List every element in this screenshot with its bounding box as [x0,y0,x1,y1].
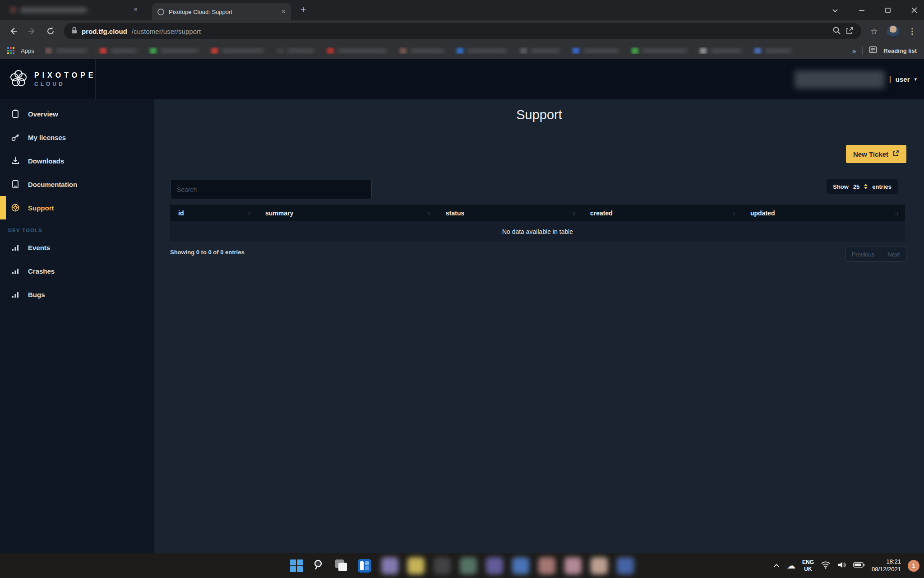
sidebar-item-my-licenses[interactable]: My licenses [0,126,154,149]
apps-label[interactable]: Apps [21,47,34,54]
sidebar-item-bugs[interactable]: Bugs [0,283,154,306]
bookmarks-overflow-icon[interactable]: » [852,47,856,55]
apps-grid-icon[interactable] [7,47,14,54]
bookmark-item[interactable] [277,47,314,54]
sort-icon[interactable]: ↑↓ [572,210,575,216]
bookmark-item[interactable] [457,47,508,54]
back-icon[interactable] [8,26,18,36]
sidebar-item-support[interactable]: Support [0,196,154,219]
taskbar-pinned-app-icon[interactable] [358,559,371,573]
column-header-id[interactable]: id ↑↓ [170,210,257,217]
address-bar[interactable]: prod.tfg.cloud/customer/user/support [64,23,861,39]
bookmark-favicon [400,47,407,54]
bookmarks-list [45,47,846,54]
refresh-icon[interactable] [46,27,55,36]
sort-icon[interactable]: ↑↓ [247,210,250,216]
tab-search-chevron-icon[interactable] [832,7,839,14]
bookmark-title-redacted [55,48,87,53]
bookmark-favicon [45,47,52,54]
reading-list-icon[interactable] [869,46,877,56]
share-icon[interactable] [845,26,854,37]
bookmark-item[interactable] [754,47,792,54]
wifi-icon[interactable] [821,561,831,571]
volume-icon[interactable] [837,561,846,571]
sort-icon[interactable]: ↑↓ [427,210,430,216]
page-size-select[interactable]: Show 25 entries [827,179,898,194]
taskbar-app-icon[interactable] [486,557,503,574]
bookmark-favicon [100,47,106,54]
taskbar-search-icon[interactable] [313,559,325,573]
maximize-icon[interactable] [885,7,891,14]
taskbar-app-icon[interactable] [460,557,477,574]
chevron-down-icon[interactable]: ▾ [914,76,917,82]
close-tab-icon[interactable]: × [282,8,286,15]
taskbar-app-icon[interactable] [617,557,634,574]
sidebar-item-overview[interactable]: Overview [0,102,154,126]
bookmark-item[interactable] [573,47,619,54]
clock[interactable]: 18:21 08/12/2021 [872,558,901,573]
taskbar-app-icon[interactable] [538,557,555,574]
bookmark-item[interactable] [520,47,560,54]
column-header-updated[interactable]: updated ↑↓ [742,210,905,217]
taskbar-app-icon[interactable] [512,557,529,574]
sort-icon[interactable]: ↑↓ [732,210,735,216]
bookmark-item[interactable] [45,47,87,54]
close-tab-icon[interactable]: × [134,6,138,13]
table-empty-message: No data available in table [170,221,905,242]
notification-badge[interactable]: 1 [908,560,919,572]
bookmark-title-redacted [765,48,792,53]
search-input[interactable] [170,180,372,199]
bookmark-item[interactable] [211,47,264,54]
url-host: prod.tfg.cloud [82,28,127,35]
external-link-icon [892,150,899,158]
sidebar-item-events[interactable]: Events [0,236,154,259]
zoom-search-icon[interactable] [832,26,841,37]
tab-active[interactable]: Pixotope Cloud: Support × [152,3,291,20]
tab-inactive[interactable]: × [0,0,144,20]
user-area: | user ▾ [795,70,924,89]
bookmark-item[interactable] [327,47,387,54]
column-header-summary[interactable]: summary ↑↓ [257,210,438,217]
sidebar-item-crashes[interactable]: Crashes [0,259,154,283]
bookmark-item[interactable] [700,47,742,54]
bookmark-item[interactable] [632,47,687,54]
taskbar-app-icon[interactable] [434,557,451,574]
close-window-icon[interactable] [911,7,918,14]
bookmark-item[interactable] [150,47,199,54]
taskbar-app-icon[interactable] [591,557,608,574]
pagination: Previous Next [845,247,906,262]
forward-icon[interactable] [27,26,37,36]
bookmark-item[interactable] [100,47,137,54]
sidebar-item-downloads[interactable]: Downloads [0,149,154,172]
bookmark-star-icon[interactable]: ☆ [870,26,878,37]
sidebar-item-label: Downloads [28,157,64,165]
bookmark-title-redacted [337,48,387,53]
task-view-icon[interactable] [335,559,348,572]
taskbar-app-icon[interactable] [407,557,425,574]
sidebar-item-documentation[interactable]: Documentation [0,172,154,196]
new-tab-button[interactable]: + [300,4,306,15]
spinner-arrows-icon [864,184,868,189]
new-ticket-button[interactable]: New Ticket [846,145,906,163]
reading-list-label[interactable]: Reading list [883,47,917,54]
windows-start-icon[interactable] [290,559,303,572]
taskbar-app-icon[interactable] [564,557,582,574]
table-header-row: id ↑↓ summary ↑↓ status ↑↓ created ↑↓ up… [170,205,905,221]
sort-icon[interactable]: ↑↓ [895,210,898,216]
bookmark-item[interactable] [400,47,444,54]
tray-chevron-up-icon[interactable] [773,562,780,570]
pixotope-logo[interactable]: PIXOTOPE CLOUD [0,59,96,99]
profile-avatar[interactable] [887,25,899,37]
next-button[interactable]: Next [881,247,906,261]
column-header-created[interactable]: created ↑↓ [582,210,742,217]
onedrive-cloud-icon[interactable]: ☁ [787,560,795,571]
taskbar-app-icon[interactable] [381,557,398,574]
language-indicator[interactable]: ENG UK [802,559,814,573]
browser-menu-icon[interactable]: ⋮ [908,27,916,36]
user-menu[interactable]: user [896,75,910,83]
battery-icon[interactable] [853,561,865,570]
previous-button[interactable]: Previous [845,247,881,261]
column-header-status[interactable]: status ↑↓ [438,210,582,217]
language-code: ENG [802,559,814,566]
minimize-icon[interactable] [859,7,865,14]
